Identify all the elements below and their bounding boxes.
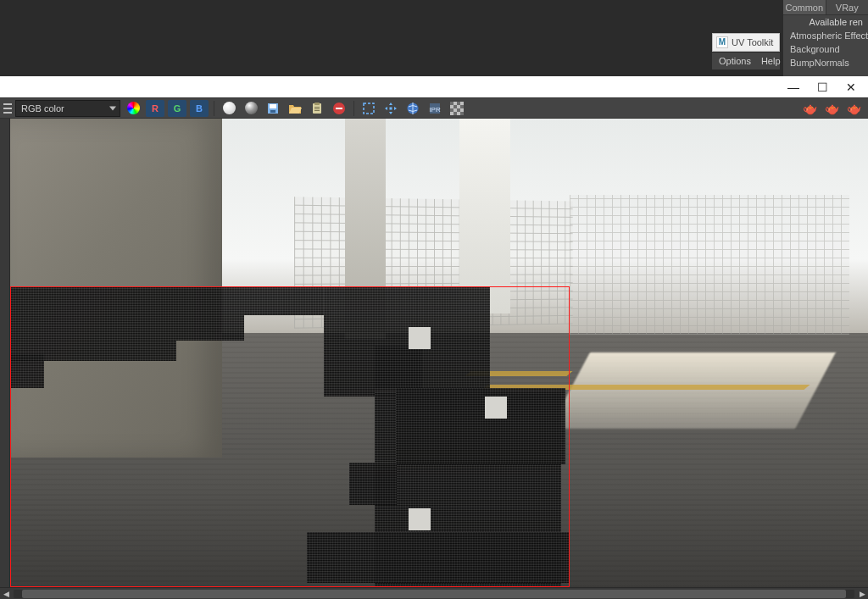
toolbar-separator [353,101,354,116]
menu-options[interactable]: Options [719,56,751,66]
render-region-button[interactable] [359,100,378,117]
teapot-grey-icon[interactable]: 🫖 [822,100,841,117]
list-item[interactable]: BumpNormals [783,56,868,69]
render-settings-tabs: Common VRay [783,0,868,15]
vertical-scrollbar[interactable] [0,119,10,587]
svg-rect-23 [460,112,464,115]
window-close-button[interactable]: ✕ [844,80,858,94]
svg-rect-19 [460,105,464,108]
menu-help[interactable]: Help [761,56,781,66]
save-image-button[interactable] [264,100,282,117]
svg-rect-22 [453,112,457,115]
teapot-blue-icon[interactable]: 🫖 [844,100,863,117]
maya-logo-icon: M [716,36,728,48]
render-image[interactable] [10,119,868,587]
svg-rect-10 [364,103,374,114]
render-pillar [10,119,222,458]
hamburger-icon[interactable] [3,101,12,116]
region-move-button[interactable] [381,100,400,117]
channel-combo[interactable]: RGB color [15,100,120,117]
open-image-button[interactable] [286,100,304,117]
uv-toolkit-label: UV Toolkit [732,33,773,52]
rgb-swirl-icon[interactable] [124,100,142,117]
window-maximize-button[interactable]: ☐ [815,80,829,94]
horizontal-scrollbar[interactable]: ◀ ▶ [0,587,868,599]
scroll-track[interactable] [14,590,854,598]
render-fence [570,195,849,335]
world-icon[interactable] [403,100,422,117]
ipr-button[interactable]: IPR [426,100,444,117]
render-fence [294,197,573,328]
render-sunlight [549,352,836,429]
scroll-left-arrow-icon[interactable]: ◀ [0,588,12,600]
sphere-white-icon[interactable] [220,100,238,117]
renderview-toolbar: RGB color R G B IPR [0,97,868,119]
render-pillar [345,119,386,339]
list-item[interactable]: Atmospheric Effects [783,29,868,42]
tab-common[interactable]: Common [783,0,826,14]
available-renderers-label: Available ren [783,15,868,29]
svg-rect-17 [457,102,460,105]
svg-rect-2 [270,110,275,113]
tab-vray[interactable]: VRay [826,0,869,14]
svg-rect-21 [457,108,460,112]
render-paintline [481,385,810,390]
svg-rect-6 [314,108,320,109]
list-item[interactable]: Background [783,42,868,56]
menu-strip: Options Help [712,53,780,69]
scroll-thumb[interactable] [22,590,846,598]
uv-toolkit-button[interactable]: M UV Toolkit [712,33,780,52]
render-pillar [459,119,510,313]
chevron-down-icon [109,106,116,110]
svg-text:IPR: IPR [429,106,441,114]
window-minimize-button[interactable]: — [787,80,800,94]
renderview-canvas-area: ◀ ▶ [0,119,868,599]
stop-render-button[interactable] [330,100,348,117]
channel-combo-label: RGB color [21,103,64,114]
svg-rect-18 [453,105,457,108]
window-titlebar: — ☐ ✕ [0,76,868,97]
scroll-right-arrow-icon[interactable]: ▶ [856,588,868,600]
render-settings-panel: Common VRay Available ren Atmospheric Ef… [783,0,868,76]
svg-rect-16 [450,102,453,105]
teapot-green-icon[interactable]: 🫖 [800,100,819,117]
svg-rect-11 [390,107,392,109]
toolbar-separator [214,101,214,116]
clipboard-button[interactable] [308,100,326,117]
sphere-grey-icon[interactable] [242,100,260,117]
checker-icon[interactable] [448,100,466,117]
svg-rect-20 [450,108,453,112]
svg-rect-4 [314,103,320,105]
channel-r-button[interactable]: R [146,100,164,117]
svg-rect-1 [270,104,276,108]
channel-b-button[interactable]: B [190,100,209,117]
svg-rect-7 [314,110,320,111]
svg-rect-9 [336,108,342,109]
channel-g-button[interactable]: G [168,100,186,117]
render-paintline [465,371,572,376]
svg-rect-5 [314,107,320,108]
